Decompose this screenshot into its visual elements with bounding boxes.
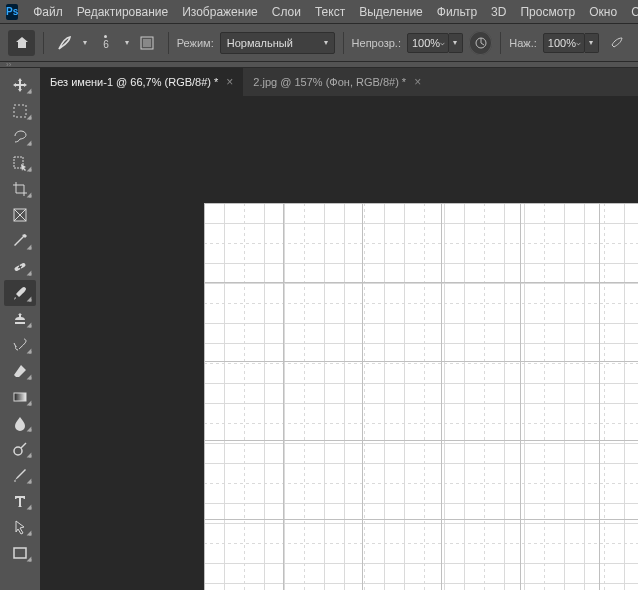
tab-label: Без имени-1 @ 66,7% (RGB/8#) * — [50, 76, 218, 88]
menu-text[interactable]: Текст — [308, 0, 352, 24]
flow-slider-chevron[interactable]: ▾ — [585, 33, 599, 53]
separator — [500, 32, 501, 54]
opacity-label: Непрозр.: — [352, 37, 401, 49]
home-button[interactable] — [8, 30, 35, 56]
menu-help[interactable]: Справ — [624, 0, 638, 24]
move-tool[interactable] — [4, 72, 36, 98]
blur-tool[interactable] — [4, 410, 36, 436]
home-icon — [14, 35, 30, 51]
blend-mode-value: Нормальный — [227, 37, 293, 49]
flow-input[interactable]: 100% ⌵ — [543, 33, 585, 53]
chevron-down-icon: ⌵ — [440, 38, 445, 47]
gradient-tool[interactable] — [4, 384, 36, 410]
opacity-value: 100% — [412, 37, 440, 49]
separator — [343, 32, 344, 54]
brush-icon — [56, 34, 74, 52]
rectangle-tool[interactable] — [4, 540, 36, 566]
document-tab-strip: Без имени-1 @ 66,7% (RGB/8#) * × 2.jpg @… — [40, 68, 638, 96]
document-tab-1[interactable]: Без имени-1 @ 66,7% (RGB/8#) * × — [40, 68, 243, 96]
type-tool[interactable] — [4, 488, 36, 514]
tool-palette — [0, 68, 40, 590]
menu-layers[interactable]: Слои — [265, 0, 308, 24]
brush-panel-toggle[interactable] — [135, 30, 160, 56]
menu-image[interactable]: Изображение — [175, 0, 265, 24]
svg-rect-11 — [14, 393, 26, 401]
airbrush-icon — [609, 35, 625, 51]
menu-filter[interactable]: Фильтр — [430, 0, 484, 24]
chevron-down-icon: ⌵ — [576, 38, 581, 47]
pen-tool[interactable] — [4, 462, 36, 488]
opacity-input[interactable]: 100% ⌵ — [407, 33, 449, 53]
svg-rect-1 — [143, 39, 151, 47]
flow-value: 100% — [548, 37, 576, 49]
document-tab-2[interactable]: 2.jpg @ 157% (Фон, RGB/8#) * × — [243, 68, 431, 96]
svg-line-13 — [21, 443, 26, 448]
pressure-icon — [474, 36, 488, 50]
flow-label: Наж.: — [509, 37, 537, 49]
eyedropper-tool[interactable] — [4, 228, 36, 254]
options-bar: ▾ 6 ▾ Режим: Нормальный ▾ Непрозр.: 100%… — [0, 24, 638, 62]
frame-tool[interactable] — [4, 202, 36, 228]
lasso-tool[interactable] — [4, 124, 36, 150]
path-select-tool[interactable] — [4, 514, 36, 540]
chevron-down-icon[interactable]: ▾ — [83, 38, 87, 47]
brush-tool-icon[interactable] — [52, 30, 77, 56]
healing-brush-tool[interactable] — [4, 254, 36, 280]
menu-edit[interactable]: Редактирование — [70, 0, 175, 24]
menu-view[interactable]: Просмотр — [513, 0, 582, 24]
svg-rect-3 — [14, 105, 26, 117]
chevron-down-icon[interactable]: ▾ — [125, 38, 129, 47]
svg-point-12 — [14, 447, 22, 455]
marquee-tool[interactable] — [4, 98, 36, 124]
clone-stamp-tool[interactable] — [4, 306, 36, 332]
chevron-down-icon: ▾ — [324, 38, 328, 47]
tab-label: 2.jpg @ 157% (Фон, RGB/8#) * — [253, 76, 406, 88]
menu-window[interactable]: Окно — [582, 0, 624, 24]
separator — [168, 32, 169, 54]
close-icon[interactable]: × — [414, 75, 421, 89]
brush-size-label: 6 — [103, 40, 109, 50]
opacity-slider-chevron[interactable]: ▾ — [449, 33, 463, 53]
brush-dot-icon — [104, 35, 107, 38]
pressure-opacity-button[interactable] — [469, 31, 492, 55]
app-badge: Ps — [6, 4, 18, 20]
menu-bar: Ps Файл Редактирование Изображение Слои … — [0, 0, 638, 24]
history-brush-tool[interactable] — [4, 332, 36, 358]
eraser-tool[interactable] — [4, 358, 36, 384]
crop-tool[interactable] — [4, 176, 36, 202]
dodge-tool[interactable] — [4, 436, 36, 462]
panel-icon — [139, 35, 155, 51]
brush-tool[interactable] — [4, 280, 36, 306]
separator — [43, 32, 44, 54]
grid-major — [204, 203, 638, 590]
mode-label: Режим: — [177, 37, 214, 49]
svg-rect-14 — [14, 548, 26, 558]
brush-preset-picker[interactable]: 6 — [93, 30, 118, 56]
quick-select-tool[interactable] — [4, 150, 36, 176]
menu-file[interactable]: Файл — [26, 0, 70, 24]
canvas-area[interactable] — [40, 96, 638, 590]
blend-mode-select[interactable]: Нормальный ▾ — [220, 32, 335, 54]
close-icon[interactable]: × — [226, 75, 233, 89]
document-canvas[interactable] — [204, 203, 638, 590]
menu-select[interactable]: Выделение — [352, 0, 430, 24]
airbrush-button[interactable] — [605, 30, 630, 56]
menu-3d[interactable]: 3D — [484, 0, 513, 24]
